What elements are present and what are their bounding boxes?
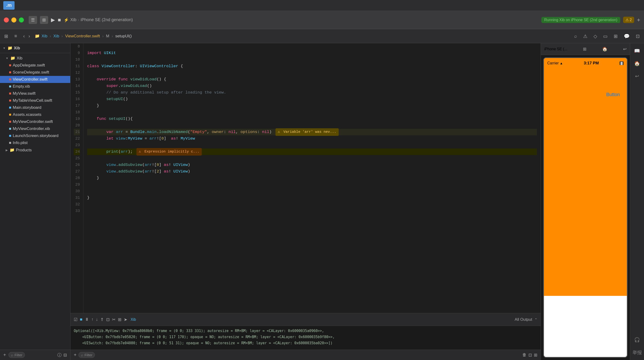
path-item-xib1: Xib	[42, 34, 48, 39]
tree-item-myviewcontroller-xib[interactable]: ■ MyViewController.xib	[0, 125, 70, 132]
sim-icon3[interactable]: ↩	[623, 47, 626, 52]
bubble-button[interactable]: 💬	[622, 33, 631, 40]
scheme-breadcrumb: ⚡ Xib › iPhone SE (2nd generation)	[64, 18, 538, 23]
minimize-button[interactable]	[11, 18, 16, 23]
folder-icon: 📁	[8, 46, 12, 51]
code-line-23	[87, 142, 537, 149]
headphone-button[interactable]: 🎧	[632, 335, 642, 345]
console-send-button[interactable]: ➤	[124, 317, 127, 322]
sidebar-root-label: Xib	[14, 46, 20, 51]
console-grid-button[interactable]: ⊞	[118, 317, 122, 322]
sim-icon2[interactable]: 🏠	[602, 47, 607, 52]
console-add-button[interactable]: +	[74, 352, 76, 358]
right-panel-btn2[interactable]: 🏠	[632, 58, 642, 69]
console-chevron: ⌃	[534, 318, 537, 321]
console-expand-button[interactable]: ⊞	[534, 352, 537, 358]
sim-icon1[interactable]: ⊞	[583, 47, 586, 52]
code-line-17: }	[87, 103, 537, 109]
main-content: ▼ 📁 Xib ▼ 📁 Xib ■ AppDelegate.swift ■ Sc…	[0, 43, 644, 360]
tree-item-main-storyboard[interactable]: ■ Main.storyboard	[0, 104, 70, 111]
code-line-21: var arr = Bundle.main.loadNibNamed("Empt…	[87, 129, 537, 135]
far-right-panel: 📖 🏠 ↩ 🎧 举报	[630, 43, 644, 360]
share-button[interactable]: 举报	[632, 347, 642, 358]
console-check-button[interactable]: ☑	[74, 317, 78, 322]
sidebar-toggle-button[interactable]: ☰	[29, 16, 37, 24]
search-button[interactable]: ⌕	[573, 33, 578, 40]
navigator-toggle-button[interactable]: ⊞	[3, 33, 10, 40]
warning-24-inline: ⚠ Expression implicitly c...	[136, 148, 202, 156]
rect-button[interactable]: ▭	[602, 33, 609, 40]
code-line-19: func setupUI(){	[87, 116, 537, 122]
console-down-button[interactable]: ↓	[96, 317, 98, 322]
device-label: iPhone SE (2nd generation)	[80, 18, 133, 22]
tree-group-xib[interactable]: ▼ 📁 Xib	[0, 55, 70, 62]
tree-item-empty-xib[interactable]: ■ Empty.xib	[0, 83, 70, 90]
close-button[interactable]	[4, 18, 9, 23]
tree-group-products[interactable]: ▶ 📁 Products	[0, 146, 70, 154]
console-toolbar: ☑ ■ ⏸ ↑ ↓ ⇑ ⊡ ✂ ⊞ ➤ Xib All Output ⌃	[70, 313, 541, 326]
sidebar-add-button[interactable]: +	[3, 352, 6, 358]
tree-item-assets[interactable]: ■ Assets.xcassets	[0, 111, 70, 118]
warning-badge[interactable]: ⚠ 2	[623, 17, 634, 23]
code-line-8	[87, 43, 537, 50]
nav-forward-button[interactable]: ›	[27, 33, 32, 40]
tree-item-mytableviewcell[interactable]: ■ MyTableViewCell.swift	[0, 97, 70, 104]
console-area: ☑ ■ ⏸ ↑ ↓ ⇑ ⊡ ✂ ⊞ ➤ Xib All Output ⌃ Opt…	[70, 313, 541, 360]
path-item-file: ViewController.swift	[65, 34, 100, 39]
code-line-29	[87, 181, 537, 188]
split-view-button[interactable]: ⊞	[40, 16, 48, 24]
sidebar-sort-button[interactable]: ⊟	[64, 352, 67, 358]
sidebar-info-button[interactable]: ⓘ	[57, 352, 62, 358]
diamond-button[interactable]: ◇	[592, 33, 598, 40]
phone-button-label[interactable]: Button	[606, 92, 620, 97]
tree-item-scenedelegate[interactable]: ■ SceneDelegate.swift	[0, 69, 70, 76]
path-xib1[interactable]: 📁	[35, 34, 40, 39]
console-filter: ⌕ Filter	[78, 352, 95, 358]
phone-status-bar: Carrier ▲ 3:17 PM ▓	[544, 58, 627, 68]
sidebar-bottom-bar: + ⌕ Filter ⓘ ⊟	[0, 350, 70, 360]
console-split-button[interactable]: ⊡	[528, 352, 532, 358]
code-line-13: override func viewDidLoad() {	[87, 76, 537, 83]
editor-area: 8 9 10 11 12 13 14 15 16 17 18 19 20 21 …	[70, 43, 541, 360]
nav-back-button[interactable]: ‹	[22, 33, 26, 40]
console-trash-button[interactable]: 🗑	[522, 352, 526, 358]
fold-button[interactable]: ≡	[13, 33, 18, 40]
warn-filter-button[interactable]: ⚠	[582, 33, 589, 40]
console-blue-button[interactable]: ■	[80, 317, 82, 322]
code-line-32	[87, 201, 537, 208]
console-line-2: <UIButton: 0x7fbdb7e05820; frame = (0 0;…	[74, 334, 537, 340]
tree-item-appdelegate[interactable]: ■ AppDelegate.swift	[0, 62, 70, 69]
right-panel-btn1[interactable]: 📖	[632, 46, 642, 56]
line-numbers: 8 9 10 11 12 13 14 15 16 17 18 19 20 21 …	[70, 43, 84, 313]
tree-item-launchscreen[interactable]: ■ LaunchScreen.storyboard	[0, 132, 70, 139]
layout-button[interactable]: ⊡	[634, 33, 641, 40]
path-item-xib2: Xib	[53, 34, 59, 39]
warning-21-inline: ⚠ Variable 'arr' was nev...	[276, 128, 339, 136]
scheme-label: Xib	[70, 18, 76, 22]
console-scissor-button[interactable]: ✂	[112, 317, 116, 322]
code-editor[interactable]: 8 9 10 11 12 13 14 15 16 17 18 19 20 21 …	[70, 43, 541, 313]
tree-item-infoplist[interactable]: ■ Info.plist	[0, 139, 70, 146]
add-button[interactable]: +	[637, 17, 640, 23]
fullscreen-button[interactable]	[19, 18, 24, 23]
console-up2-button[interactable]: ⇑	[100, 317, 104, 322]
tree-item-myviewcontroller-swift[interactable]: ■ MyViewController.swift	[0, 118, 70, 125]
scheme-icon: ⚡	[64, 18, 69, 23]
tree-item-viewcontroller[interactable]: ■ ViewController.swift	[0, 76, 70, 83]
console-pause-button[interactable]: ⏸	[85, 317, 89, 322]
code-line-11: class ViewController: UIViewController {	[87, 63, 537, 70]
disclosure-xib: ▼	[3, 47, 6, 50]
console-up-button[interactable]: ↑	[91, 317, 94, 322]
phone-white-area	[544, 296, 627, 357]
code-line-22: let view:MyView = arr![0] as! MyView	[87, 135, 537, 142]
path-item-m: M	[106, 34, 109, 39]
file-tree: ▼ 📁 Xib ■ AppDelegate.swift ■ SceneDeleg…	[0, 53, 70, 350]
filter-placeholder: Filter	[14, 353, 22, 357]
right-panel-btn3[interactable]: ↩	[632, 71, 642, 81]
stop-button[interactable]: ■	[58, 17, 61, 23]
run-button[interactable]: ▶	[51, 17, 55, 23]
grid-button[interactable]: ⊞	[612, 33, 619, 40]
phone-orange-area: Button	[544, 68, 627, 296]
console-layout-button[interactable]: ⊡	[106, 317, 110, 322]
tree-item-myview[interactable]: ■ MyView.swift	[0, 90, 70, 97]
